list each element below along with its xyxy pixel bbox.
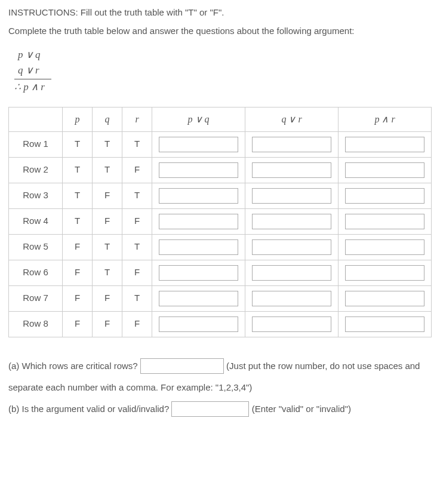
cell-input-pvq — [152, 157, 245, 183]
row-label: Row 5 — [9, 234, 63, 260]
cell-input-par — [339, 285, 432, 311]
cell-input-par — [339, 131, 432, 157]
row-label: Row 6 — [9, 260, 63, 285]
truth-input-pvq[interactable] — [159, 214, 238, 229]
cell-r: F — [122, 208, 152, 234]
cell-input-par — [339, 311, 432, 337]
row-label: Row 3 — [9, 183, 63, 208]
cell-input-par — [339, 208, 432, 234]
truth-input-qvr[interactable] — [252, 137, 331, 152]
question-a-prefix: (a) Which rows are critical rows? — [8, 361, 140, 371]
cell-input-qvr — [245, 131, 339, 157]
cell-q: T — [93, 234, 122, 260]
cell-input-qvr — [245, 285, 339, 311]
conclusion: ∴ p ∧ r — [14, 79, 432, 95]
cell-p: F — [63, 311, 93, 337]
truth-input-par[interactable] — [345, 188, 424, 204]
table-row: Row 8FFF — [9, 311, 432, 337]
row-label: Row 1 — [9, 131, 63, 157]
header-par: p ∧ r — [339, 107, 432, 131]
cell-q: T — [93, 260, 122, 285]
row-label: Row 4 — [9, 208, 63, 234]
cell-input-qvr — [245, 183, 339, 208]
header-r: r — [122, 107, 152, 131]
instructions-text: INSTRUCTIONS: Fill out the truth table w… — [8, 6, 432, 20]
cell-p: F — [63, 234, 93, 260]
cell-q: T — [93, 157, 122, 183]
cell-p: T — [63, 131, 93, 157]
question-a-input[interactable] — [140, 358, 224, 374]
cell-q: F — [93, 208, 122, 234]
truth-input-pvq[interactable] — [159, 265, 238, 281]
cell-input-par — [339, 183, 432, 208]
cell-p: F — [63, 285, 93, 311]
question-b-input[interactable] — [171, 401, 249, 417]
cell-q: F — [93, 285, 122, 311]
truth-input-pvq[interactable] — [159, 188, 238, 204]
premise-2: q ∨ r — [14, 63, 51, 80]
cell-r: F — [122, 157, 152, 183]
cell-input-qvr — [245, 234, 339, 260]
cell-p: F — [63, 260, 93, 285]
cell-input-pvq — [152, 260, 245, 285]
table-row: Row 4TFF — [9, 208, 432, 234]
cell-input-qvr — [245, 157, 339, 183]
table-row: Row 6FTF — [9, 260, 432, 285]
truth-input-par[interactable] — [345, 291, 424, 306]
truth-input-pvq[interactable] — [159, 239, 238, 255]
cell-input-pvq — [152, 131, 245, 157]
header-p: p — [63, 107, 93, 131]
cell-q: T — [93, 131, 122, 157]
header-pvq: p ∨ q — [152, 107, 245, 131]
table-row: Row 3TFT — [9, 183, 432, 208]
header-q: q — [93, 107, 122, 131]
header-qvr: q ∨ r — [245, 107, 339, 131]
premise-1: p ∨ q — [14, 47, 432, 63]
question-b-prefix: (b) Is the argument valid or valid/inval… — [8, 404, 171, 414]
truth-input-qvr[interactable] — [252, 265, 331, 281]
question-b: (b) Is the argument valid or valid/inval… — [8, 398, 432, 420]
cell-r: T — [122, 285, 152, 311]
cell-q: F — [93, 183, 122, 208]
cell-r: T — [122, 131, 152, 157]
cell-p: T — [63, 157, 93, 183]
table-row: Row 2TTF — [9, 157, 432, 183]
table-row: Row 7FFT — [9, 285, 432, 311]
truth-input-par[interactable] — [345, 265, 424, 281]
cell-input-pvq — [152, 183, 245, 208]
cell-input-qvr — [245, 311, 339, 337]
cell-r: T — [122, 234, 152, 260]
cell-r: T — [122, 183, 152, 208]
cell-input-qvr — [245, 208, 339, 234]
truth-input-par[interactable] — [345, 214, 424, 229]
truth-input-par[interactable] — [345, 239, 424, 255]
cell-p: T — [63, 208, 93, 234]
cell-input-par — [339, 234, 432, 260]
cell-r: F — [122, 311, 152, 337]
question-a: (a) Which rows are critical rows? (Just … — [8, 355, 432, 398]
table-row: Row 5FTT — [9, 234, 432, 260]
truth-input-qvr[interactable] — [252, 214, 331, 229]
cell-input-qvr — [245, 260, 339, 285]
truth-input-qvr[interactable] — [252, 239, 331, 255]
truth-input-qvr[interactable] — [252, 291, 331, 306]
cell-r: F — [122, 260, 152, 285]
explanation-text: Complete the truth table below and answe… — [8, 24, 432, 38]
cell-p: T — [63, 183, 93, 208]
truth-input-qvr[interactable] — [252, 188, 331, 204]
truth-input-pvq[interactable] — [159, 162, 238, 178]
cell-input-par — [339, 157, 432, 183]
header-row — [9, 107, 63, 131]
truth-input-pvq[interactable] — [159, 291, 238, 306]
truth-input-par[interactable] — [345, 316, 424, 332]
truth-input-pvq[interactable] — [159, 316, 238, 332]
truth-input-pvq[interactable] — [159, 137, 238, 152]
row-label: Row 8 — [9, 311, 63, 337]
truth-input-qvr[interactable] — [252, 316, 331, 332]
cell-input-pvq — [152, 311, 245, 337]
truth-input-par[interactable] — [345, 162, 424, 178]
truth-input-par[interactable] — [345, 137, 424, 152]
truth-input-qvr[interactable] — [252, 162, 331, 178]
table-row: Row 1TTT — [9, 131, 432, 157]
row-label: Row 2 — [9, 157, 63, 183]
